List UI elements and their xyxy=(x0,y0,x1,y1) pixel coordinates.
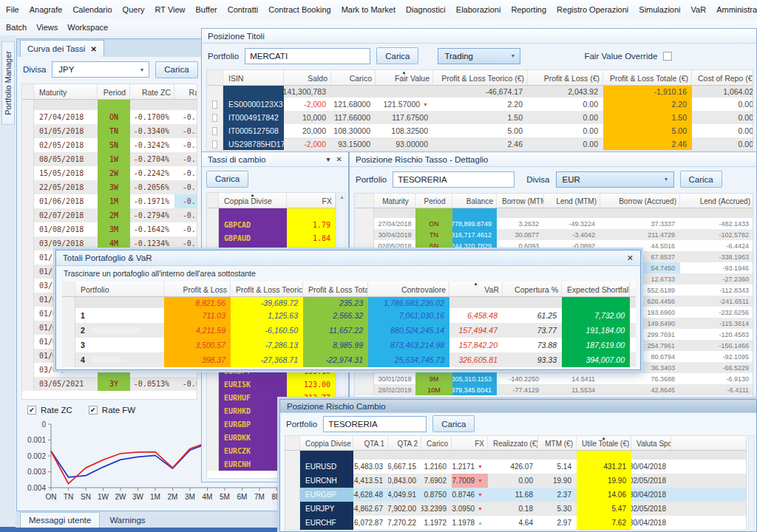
rischio-cambio-table[interactable]: Coppia DiviseQTA 1QTA 2CaricoFXRealizzat… xyxy=(285,435,747,531)
column-header[interactable]: VaR▲ xyxy=(449,282,503,296)
menu-item[interactable]: Buffer xyxy=(196,5,217,14)
table-row[interactable]: 02/07/20182M-0.2794%-0.2751% xyxy=(22,208,197,222)
table-row[interactable]: 28/02/201910M4,979,345.6041-77.412911.55… xyxy=(355,384,753,395)
column-header[interactable]: ISIN xyxy=(223,70,284,85)
column-header[interactable]: Profit & Loss Totale (€) xyxy=(603,70,692,85)
bottom-tab[interactable]: Warnings xyxy=(101,512,153,528)
column-header[interactable]: Coppia Divise▲ xyxy=(219,193,287,208)
divisa-select[interactable]: EUR ▼ xyxy=(556,171,674,188)
carica-button[interactable]: Carica xyxy=(432,415,475,432)
menu-item[interactable]: Amministrazione xyxy=(716,5,757,14)
divisa-select[interactable]: JPY ▼ xyxy=(52,61,149,78)
menu-item[interactable]: File xyxy=(6,5,19,14)
table-row[interactable]: 4398.37-27,368.71-22,974.3125,634,745.73… xyxy=(62,352,636,367)
carica-button[interactable]: Carica xyxy=(680,171,722,188)
table-row[interactable]: IT000512750820,000108.30000108.325005.00… xyxy=(207,124,753,137)
column-header[interactable]: QTA 2 xyxy=(388,436,421,450)
portfolio-input[interactable]: TESORERIA xyxy=(323,416,427,432)
menu-item[interactable]: Views xyxy=(36,23,58,32)
row-checkbox[interactable] xyxy=(212,100,217,109)
column-header[interactable]: Balance xyxy=(452,194,497,208)
carica-button[interactable]: Carica xyxy=(206,171,248,188)
table-row[interactable]: 22/05/20183W-0.2056%-0.1756% xyxy=(22,180,197,194)
table-row[interactable]: EURJPY-4,862.67647,902.00133.2399133.095… xyxy=(285,502,746,516)
column-header[interactable]: Fair Value▲ xyxy=(376,70,433,85)
column-header[interactable]: Borrow (MTM) xyxy=(497,194,544,208)
column-header[interactable]: Expected Shortfall xyxy=(562,282,630,296)
table-row[interactable]: 30/01/20199M9,305,310.1153-140.225014.54… xyxy=(355,373,753,384)
menu-item[interactable]: Simulazioni xyxy=(639,5,680,14)
portfolio-manager-tab[interactable]: Portfolio Manager xyxy=(1,41,15,125)
table-row[interactable]: 03/09/20184M-0.1234%-0.1155% xyxy=(22,236,197,250)
row-checkbox[interactable] xyxy=(212,140,217,149)
column-header[interactable]: Controvalore xyxy=(368,282,449,296)
column-header[interactable] xyxy=(207,70,223,85)
column-header[interactable]: Profit & Loss Totale xyxy=(303,282,368,296)
menu-arrow-icon[interactable]: ▾ xyxy=(327,155,330,163)
table-row[interactable] xyxy=(22,100,197,110)
table-row[interactable]: EURISK123.00 xyxy=(207,378,336,391)
column-header[interactable]: Portfolio xyxy=(75,282,164,296)
table-row[interactable]: GBPCAD1.79 xyxy=(207,218,336,231)
menu-item[interactable]: Reporting xyxy=(511,5,546,14)
column-header[interactable]: Realizzato (€) xyxy=(488,436,538,450)
column-header[interactable]: Lend (Accrued) xyxy=(680,194,753,208)
carica-button[interactable]: Carica xyxy=(155,61,197,78)
menu-item[interactable]: VaR xyxy=(691,5,707,14)
menu-item[interactable]: Contratti xyxy=(228,5,259,14)
portfolio-input[interactable]: TESORERIA xyxy=(393,171,515,188)
column-header[interactable]: FX xyxy=(287,193,336,208)
column-header[interactable]: Rate FW xyxy=(174,84,197,99)
row-checkbox[interactable] xyxy=(212,127,217,135)
column-header[interactable]: Coppia Divise xyxy=(300,436,353,450)
table-row[interactable]: US298785HD17-2,00093.1500093.000002.460.… xyxy=(207,137,753,151)
menu-item[interactable]: Anagrafe xyxy=(30,5,63,14)
table-row[interactable]: GBPAUD1.84 xyxy=(207,231,336,245)
menu-item[interactable]: Query xyxy=(123,5,145,14)
window-title[interactable]: Totali Portafoglio & VaR ✕ xyxy=(56,250,640,266)
trading-select[interactable]: Trading ▼ xyxy=(438,48,520,64)
menu-item[interactable]: Elaborazioni xyxy=(456,5,501,14)
table-row[interactable]: EURUSD5,483.03-6,667.151.21601.2171▼426.… xyxy=(285,460,746,474)
menu-item[interactable]: Calendario xyxy=(72,5,112,14)
column-header[interactable]: Profit & Loss (€) xyxy=(528,70,603,85)
table-row[interactable]: 15/05/20182W-0.2242%-0.1853% xyxy=(22,166,197,180)
menu-item[interactable]: Diagnostici xyxy=(406,5,446,14)
row-checkbox[interactable] xyxy=(212,114,217,122)
column-header[interactable]: Copertura % xyxy=(503,282,562,296)
table-row[interactable]: 1,141,300,783-46,674.172,043.92-1,910.16… xyxy=(207,86,753,98)
table-row[interactable]: ES00000123X3-2,000121.68000121.57000▼2.2… xyxy=(207,98,753,111)
titoli-table[interactable]: ISINSaldoCaricoFair Value▲Profit & Loss … xyxy=(206,69,753,151)
column-header[interactable]: Profit & Loss Teorico (€) xyxy=(433,70,528,85)
table-row[interactable]: 08/05/20181W-0.2704%-0.2254% xyxy=(22,152,197,166)
table-row[interactable] xyxy=(285,451,746,460)
menu-item[interactable]: Workspace xyxy=(67,23,108,32)
bottom-tab[interactable]: Messaggi utente xyxy=(20,512,100,528)
menu-item[interactable]: Mark to Market xyxy=(342,5,396,14)
table-row[interactable]: 01/08/20183M-0.1642%-0.1553% xyxy=(22,222,197,236)
scrollbar[interactable] xyxy=(748,435,755,531)
table-row[interactable] xyxy=(355,208,753,218)
close-icon[interactable]: ✕ xyxy=(627,253,634,263)
column-header[interactable]: Utile Totale (€)▲ xyxy=(577,436,631,450)
column-header[interactable]: Profit & Loss Teorico xyxy=(231,282,303,296)
close-icon[interactable]: ✕ xyxy=(90,45,96,53)
rate-zc-checkbox[interactable]: ✔ Rate ZC xyxy=(27,406,72,415)
column-header[interactable] xyxy=(355,194,374,208)
menu-item[interactable]: RT View xyxy=(155,5,186,14)
column-header[interactable]: FX xyxy=(452,436,488,450)
column-header[interactable]: Period xyxy=(415,194,452,208)
close-icon[interactable]: ✕ xyxy=(336,155,342,163)
table-row[interactable]: 8,821.56-39,689.72235.231,786,683,236.02 xyxy=(62,297,636,308)
table-row[interactable]: 01/05/2018TN-0.3340%-0.3751% xyxy=(22,124,197,138)
column-header[interactable] xyxy=(22,84,34,99)
table-row[interactable] xyxy=(207,208,336,218)
column-header[interactable]: QTA 1 xyxy=(353,436,388,450)
carica-button[interactable]: Carica xyxy=(376,47,418,64)
menu-item[interactable]: Batch xyxy=(6,23,27,32)
tab-curva-dei-tassi[interactable]: Curva dei Tassi ✕ xyxy=(20,40,104,57)
column-header[interactable]: Maturity xyxy=(374,194,415,208)
table-row[interactable]: 30/04/2018TN6,916,717.461230.0877-3.4042… xyxy=(355,229,753,240)
column-header[interactable]: Period xyxy=(98,84,130,99)
column-header[interactable] xyxy=(207,193,219,208)
